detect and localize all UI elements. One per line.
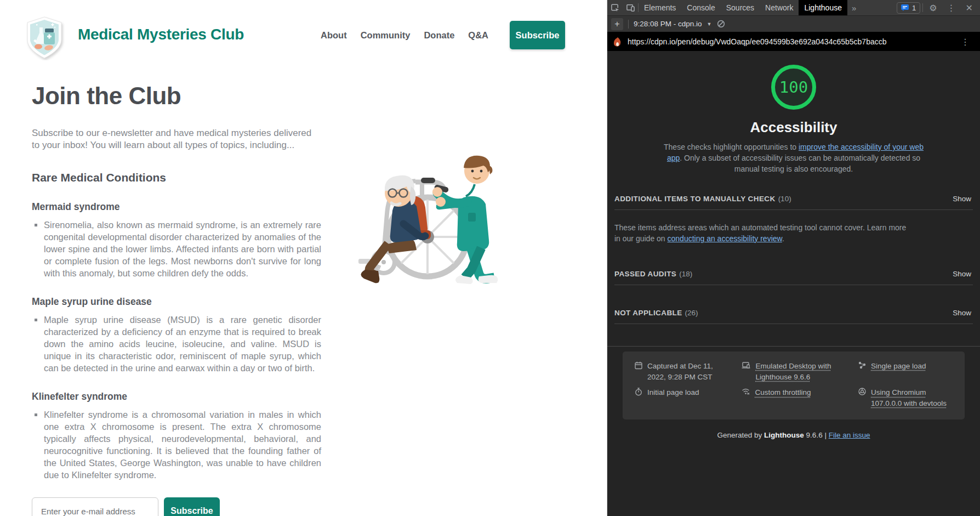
- category-title: Accessibility: [607, 119, 980, 136]
- nav-link-community[interactable]: Community: [361, 30, 411, 41]
- footer-divider: [607, 346, 980, 347]
- report-url-bar: https://cdpn.io/pen/debug/VwdOaqp/ee0945…: [607, 32, 980, 51]
- accessibility-review-link[interactable]: conducting an accessibility review: [668, 234, 782, 243]
- report-selector[interactable]: 9:28:08 PM - cdpn.io: [634, 20, 702, 28]
- clear-reports-icon[interactable]: [717, 20, 725, 28]
- generated-by-footer: Generated by Lighthouse 9.6.6 | File an …: [607, 431, 980, 439]
- category-description: These checks highlight opportunities to …: [659, 142, 928, 175]
- inspect-element-icon[interactable]: [607, 0, 623, 15]
- meta-chromium: Using Chromium 107.0.0.0 with devtools: [858, 387, 953, 409]
- generated-version: 9.6.6 |: [804, 431, 829, 439]
- url-kebab-icon[interactable]: ⋮: [957, 37, 973, 47]
- meta-captured: Captured at Dec 11, 2022, 9:28 PM CST: [635, 361, 731, 382]
- section-heading: Rare Medical Conditions: [32, 171, 321, 184]
- condition-list: Klinefelter syndrome is a chromosomal va…: [32, 409, 321, 481]
- tab-elements[interactable]: Elements: [639, 0, 681, 15]
- subscribe-form: Subscribe: [32, 497, 321, 516]
- page-title: Join the Club: [32, 82, 321, 110]
- lighthouse-report: 100 Accessibility These checks highlight…: [607, 51, 980, 516]
- device-toolbar-icon[interactable]: [623, 0, 638, 15]
- show-manual-check-button[interactable]: Show: [953, 195, 971, 203]
- condition-heading-klinefelter: Klinefelter syndrome: [32, 391, 321, 402]
- kebab-menu-icon[interactable]: ⋮: [943, 3, 960, 13]
- site-title: Medical Mysteries Club: [78, 26, 244, 43]
- lighthouse-toolbar: + 9:28:08 PM - cdpn.io ▼: [607, 16, 980, 32]
- section-manual-check: ADDITIONAL ITEMS TO MANUALLY CHECK (10) …: [607, 195, 980, 203]
- note-text: .: [782, 234, 784, 243]
- condition-heading-msud: Maple syrup urine disease: [32, 296, 321, 308]
- laptop-icon: [742, 361, 750, 369]
- meta-single-page: Single page load: [858, 361, 953, 382]
- site-header: Medical Mysteries Club About Community D…: [0, 0, 607, 65]
- devtools-controls: 1 ⚙ ⋮ ✕: [897, 0, 980, 15]
- condition-description: Klinefelter syndrome is a chromosomal va…: [44, 409, 321, 481]
- header-subscribe-button[interactable]: Subscribe: [510, 21, 565, 49]
- meta-initial-load: Initial page load: [635, 387, 731, 409]
- section-not-applicable: NOT APPLICABLE (26) Show: [607, 309, 980, 317]
- section-title: NOT APPLICABLE: [614, 309, 682, 317]
- condition-heading-mermaid: Mermaid syndrome: [32, 201, 321, 213]
- issues-counter[interactable]: 1: [897, 2, 920, 14]
- email-input[interactable]: [32, 497, 158, 516]
- meta-emulated: Emulated Desktop with Lighthouse 9.6.6: [742, 361, 847, 382]
- section-count: (26): [685, 309, 698, 317]
- tab-console[interactable]: Console: [681, 0, 720, 15]
- manual-check-note: These items address areas which an autom…: [607, 222, 914, 245]
- emulated-desktop-link[interactable]: Emulated Desktop with Lighthouse 9.6.6: [755, 361, 847, 382]
- site-nav: About Community Donate Q&A Subscribe: [321, 21, 565, 49]
- divider: [614, 324, 973, 324]
- issues-message-icon: [901, 4, 909, 12]
- section-title: PASSED AUDITS: [614, 270, 676, 278]
- tab-lighthouse[interactable]: Lighthouse: [799, 0, 847, 15]
- devtools-panel: Elements Console Sources Network Lightho…: [607, 0, 980, 516]
- issues-count: 1: [912, 4, 916, 12]
- page-favicon: [614, 37, 622, 47]
- intro-paragraph: Subscribe to our e-newsletter and have m…: [32, 127, 321, 151]
- lighthouse-brand: Lighthouse: [764, 431, 804, 439]
- tab-network[interactable]: Network: [760, 0, 799, 15]
- score-value: 100: [779, 78, 808, 97]
- show-passed-audits-button[interactable]: Show: [953, 270, 971, 278]
- meta-text: Captured at Dec 11, 2022, 9:28 PM CST: [647, 361, 731, 382]
- club-shield-logo: [23, 15, 66, 60]
- generated-text: Generated by: [717, 431, 765, 439]
- condition-list: Sirenomelia, also known as mermaid syndr…: [32, 219, 321, 279]
- section-count: (10): [778, 195, 791, 203]
- chevron-down-icon[interactable]: ▼: [707, 21, 712, 27]
- divider: [614, 285, 973, 285]
- section-title: ADDITIONAL ITEMS TO MANUALLY CHECK: [614, 195, 776, 203]
- file-an-issue-link[interactable]: File an issue: [829, 431, 870, 439]
- devtools-tabbar: Elements Console Sources Network Lightho…: [607, 0, 980, 16]
- condition-description: Sirenomelia, also known as mermaid syndr…: [44, 219, 321, 279]
- single-page-load-link[interactable]: Single page load: [871, 361, 926, 382]
- nav-link-donate[interactable]: Donate: [424, 30, 454, 41]
- section-count: (18): [679, 270, 692, 278]
- calendar-icon: [635, 361, 642, 370]
- illustration-nurse-pushing-wheelchair: [333, 132, 509, 285]
- chromium-icon: [858, 388, 866, 395]
- divider: [922, 3, 923, 12]
- meta-throttling: Custom throttling: [742, 387, 847, 409]
- meta-text: Initial page load: [647, 387, 699, 409]
- new-report-button[interactable]: +: [611, 18, 623, 30]
- more-tabs-icon[interactable]: »: [847, 0, 861, 15]
- tab-sources[interactable]: Sources: [721, 0, 760, 15]
- stopwatch-icon: [635, 388, 642, 396]
- settings-gear-icon[interactable]: ⚙: [925, 3, 941, 13]
- chromium-version-link[interactable]: Using Chromium 107.0.0.0 with devtools: [871, 387, 953, 409]
- nav-link-about[interactable]: About: [321, 30, 347, 41]
- custom-throttling-link[interactable]: Custom throttling: [755, 387, 811, 409]
- app-root: Medical Mysteries Club About Community D…: [0, 0, 980, 516]
- report-meta-box: Captured at Dec 11, 2022, 9:28 PM CST Em…: [623, 351, 965, 419]
- divider: [628, 20, 629, 29]
- share-nodes-icon: [858, 361, 866, 369]
- score-gauge[interactable]: 100: [771, 65, 816, 110]
- page-main-content: Join the Club Subscribe to our e-newslet…: [32, 82, 321, 516]
- description-text: . Only a subset of accessibility issues …: [680, 154, 920, 173]
- signal-icon: [742, 388, 750, 395]
- report-url: https://cdpn.io/pen/debug/VwdOaqp/ee0945…: [628, 37, 951, 46]
- close-devtools-icon[interactable]: ✕: [962, 3, 977, 13]
- subscribe-button[interactable]: Subscribe: [164, 497, 220, 516]
- nav-link-qa[interactable]: Q&A: [468, 30, 488, 41]
- show-not-applicable-button[interactable]: Show: [953, 309, 971, 317]
